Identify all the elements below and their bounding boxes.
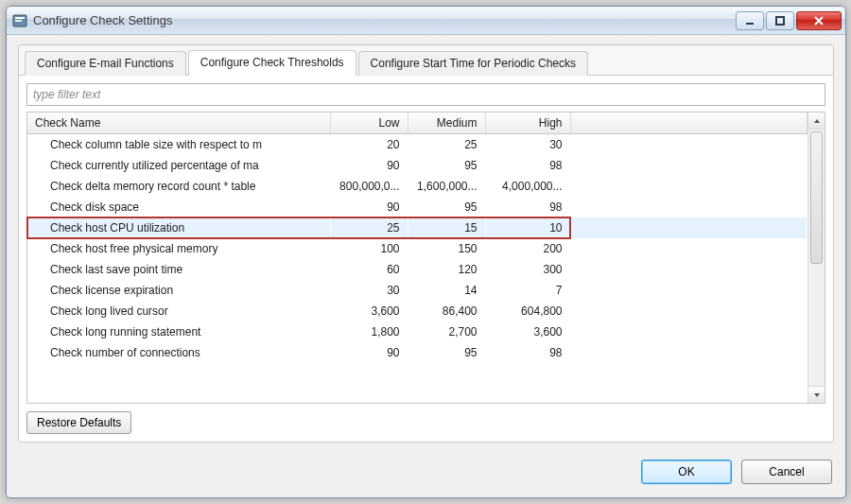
tab-label: Configure Check Thresholds (200, 56, 344, 69)
svg-rect-3 (746, 23, 754, 25)
col-header-name[interactable]: Check Name (27, 113, 330, 134)
col-header-low[interactable]: Low (330, 113, 408, 134)
close-button[interactable] (796, 11, 842, 30)
cell-empty (570, 280, 808, 301)
restore-defaults-button[interactable]: Restore Defaults (26, 411, 131, 434)
cell-high: 604,800 (485, 301, 570, 322)
cell-high: 10 (485, 217, 570, 238)
thresholds-table: Check Name Low Medium High Check column … (26, 112, 825, 404)
cell-medium: 95 (408, 342, 485, 363)
cell-check-name: Check currently utilized percentage of m… (27, 155, 330, 176)
cell-empty (570, 134, 808, 155)
tab-label: Configure E-mail Functions (37, 57, 174, 70)
cell-empty (570, 259, 808, 280)
table-row[interactable]: Check long running statement1,8002,7003,… (27, 322, 808, 342)
cell-low: 90 (330, 197, 408, 217)
cell-check-name: Check delta memory record count * table (27, 176, 330, 197)
cell-check-name: Check number of connections (27, 342, 330, 363)
cell-medium: 14 (408, 280, 485, 301)
cell-empty (570, 301, 808, 322)
cell-check-name: Check license expiration (27, 280, 330, 301)
cell-medium: 150 (408, 238, 485, 259)
cell-empty (570, 176, 808, 197)
table-row[interactable]: Check last save point time60120300 (27, 259, 808, 280)
cell-low: 100 (330, 238, 408, 259)
svg-rect-4 (776, 17, 784, 25)
table-row[interactable]: Check host free physical memory100150200 (27, 238, 808, 259)
scroll-thumb[interactable] (810, 131, 823, 264)
cell-low: 3,600 (330, 301, 408, 322)
cell-low: 25 (330, 217, 408, 238)
tab-email-functions[interactable]: Configure E-mail Functions (25, 51, 186, 76)
panel: Configure E-mail Functions Configure Che… (18, 44, 834, 443)
svg-rect-2 (15, 20, 22, 22)
cell-high: 7 (485, 280, 570, 301)
tab-start-time-periodic[interactable]: Configure Start Time for Periodic Checks (358, 51, 588, 76)
table-row[interactable]: Check long lived cursor3,60086,400604,80… (27, 301, 808, 322)
tab-check-thresholds[interactable]: Configure Check Thresholds (188, 50, 356, 76)
cell-medium: 25 (408, 134, 485, 155)
cell-empty (570, 217, 808, 238)
cell-check-name: Check host CPU utilization (27, 217, 330, 238)
cell-low: 1,800 (330, 322, 408, 342)
cell-medium: 15 (408, 217, 485, 238)
ok-button[interactable]: OK (641, 460, 732, 484)
col-header-empty[interactable] (570, 113, 808, 134)
tab-body: Check Name Low Medium High Check column … (19, 76, 833, 442)
col-header-medium[interactable]: Medium (408, 113, 485, 134)
table-row[interactable]: Check currently utilized percentage of m… (27, 155, 808, 176)
cell-empty (570, 342, 808, 363)
cell-high: 200 (485, 238, 570, 259)
cell-check-name: Check disk space (27, 197, 330, 217)
table-row[interactable]: Check license expiration30147 (27, 280, 808, 301)
filter-input[interactable] (26, 83, 825, 106)
window-title: Configure Check Settings (33, 13, 172, 27)
cell-high: 3,600 (485, 322, 570, 342)
table-header-row: Check Name Low Medium High (27, 113, 808, 134)
table-row[interactable]: Check disk space909598 (27, 197, 808, 217)
cell-low: 30 (330, 280, 408, 301)
cell-check-name: Check column table size with respect to … (27, 134, 330, 155)
cell-medium: 86,400 (408, 301, 485, 322)
cell-medium: 95 (408, 155, 485, 176)
table-row[interactable]: Check delta memory record count * table8… (27, 176, 808, 197)
cell-check-name: Check host free physical memory (27, 238, 330, 259)
cell-low: 90 (330, 342, 408, 363)
cell-empty (570, 197, 808, 217)
content: Configure E-mail Functions Configure Che… (7, 35, 845, 450)
cell-high: 98 (485, 197, 570, 217)
app-icon (12, 13, 27, 28)
dialog-window: Configure Check Settings Configure E-mai… (6, 6, 846, 498)
cell-high: 300 (485, 259, 570, 280)
minimize-button[interactable] (736, 11, 764, 30)
cell-medium: 1,600,000... (408, 176, 485, 197)
table-row[interactable]: Check number of connections909598 (27, 342, 808, 363)
scroll-up-arrow-icon[interactable] (808, 113, 825, 130)
cell-high: 4,000,000... (485, 176, 570, 197)
cell-high: 98 (485, 155, 570, 176)
titlebar[interactable]: Configure Check Settings (7, 7, 845, 35)
maximize-button[interactable] (766, 11, 794, 30)
cell-high: 98 (485, 342, 570, 363)
caption-buttons (736, 11, 842, 30)
cell-empty (570, 238, 808, 259)
cell-medium: 120 (408, 259, 485, 280)
cell-empty (570, 155, 808, 176)
table-row[interactable]: Check host CPU utilization251510 (27, 217, 808, 238)
cell-medium: 2,700 (408, 322, 485, 342)
scroll-track[interactable] (808, 130, 825, 386)
vertical-scrollbar[interactable] (808, 113, 825, 403)
svg-rect-1 (15, 17, 25, 19)
col-header-high[interactable]: High (485, 113, 570, 134)
table-row[interactable]: Check column table size with respect to … (27, 134, 808, 155)
dialog-footer: OK Cancel (7, 450, 845, 497)
cell-low: 20 (330, 134, 408, 155)
cancel-button[interactable]: Cancel (741, 460, 832, 484)
cell-empty (570, 322, 808, 342)
scroll-down-arrow-icon[interactable] (808, 386, 825, 403)
tab-label: Configure Start Time for Periodic Checks (371, 57, 576, 70)
cell-low: 90 (330, 155, 408, 176)
cell-low: 60 (330, 259, 408, 280)
cell-low: 800,000,0... (330, 176, 408, 197)
cell-check-name: Check last save point time (27, 259, 330, 280)
